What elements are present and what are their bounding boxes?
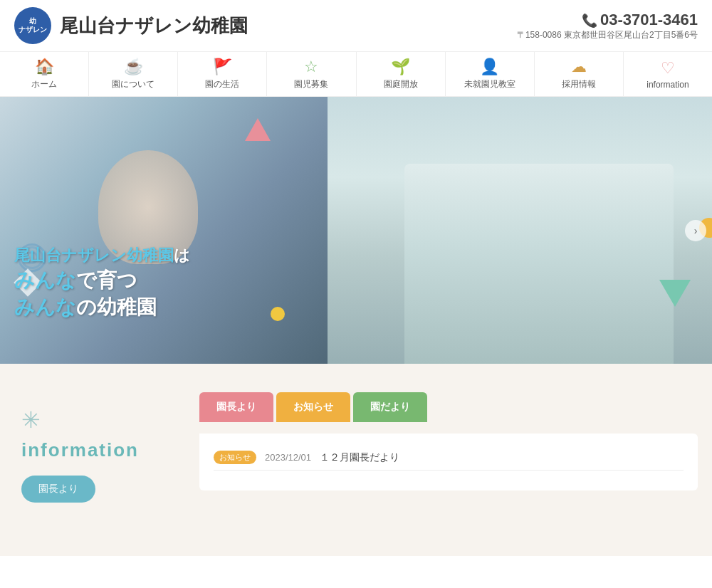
- info-main-content: 園長より お知らせ 園だより お知らせ 2023/12/01 １２月園長だより: [185, 392, 712, 517]
- nav-hire-label: 採用情報: [562, 78, 596, 90]
- hero-next-arrow[interactable]: ›: [685, 220, 706, 241]
- life-icon: 🚩: [213, 58, 232, 76]
- nav-about-label: 園について: [112, 78, 155, 90]
- info-tab-newsletter[interactable]: 園だより: [353, 392, 427, 422]
- nav-garden-label: 園庭開放: [384, 78, 418, 90]
- hero-left-panel: 尾山台ナザレン幼稚園は みんなで育つ みんなの幼稚園: [0, 97, 328, 364]
- address: 〒158-0086 東京都世田谷区尾山台2丁目5番6号: [517, 29, 698, 41]
- info-sidebar-button[interactable]: 園長より: [21, 476, 95, 503]
- hero-child-image: [0, 97, 328, 364]
- info-entry-date: 2023/12/01: [265, 452, 311, 463]
- garden-icon: 🌱: [391, 58, 410, 76]
- info-section: ✳ information 園長より 園長より お知らせ 園だより お知らせ 2…: [0, 392, 712, 517]
- hero-text-overlay: 尾山台ナザレン幼稚園は みんなで育つ みんなの幼稚園: [14, 243, 313, 321]
- preschool-icon: 👤: [480, 58, 499, 76]
- snowflake-icon: ✳: [21, 406, 164, 434]
- home-icon: 🏠: [35, 58, 54, 76]
- info-section-title: information: [21, 439, 164, 461]
- info-sidebar: ✳ information 園長より: [0, 392, 185, 517]
- nav-home[interactable]: 🏠 ホーム: [0, 52, 89, 96]
- nav-preschool[interactable]: 👤 未就園児教室: [446, 52, 535, 96]
- nav-recruit-label: 園児募集: [294, 78, 328, 90]
- contact-area: 📞03-3701-3461 〒158-0086 東京都世田谷区尾山台2丁目5番6…: [517, 11, 698, 41]
- hero-tagline2: みんなの幼稚園: [14, 294, 313, 321]
- building-image: [328, 97, 712, 364]
- nav-garden[interactable]: 🌱 園庭開放: [357, 52, 446, 96]
- nav-life-label: 園の生活: [205, 78, 239, 90]
- info-entry-text: １２月園長だより: [320, 451, 399, 464]
- logo-icon: 幼ナザレン: [14, 7, 51, 44]
- nav-home-label: ホーム: [31, 78, 57, 90]
- phone-number: 📞03-3701-3461: [517, 11, 698, 29]
- info-tab-principal[interactable]: 園長より: [199, 392, 273, 422]
- deco-triangle-pink: [245, 118, 271, 141]
- recruit-icon: ☆: [304, 58, 318, 76]
- hero-section: 尾山台ナザレン幼稚園は みんなで育つ みんなの幼稚園 ›: [0, 97, 712, 364]
- hero-school-name: 尾山台ナザレン幼稚園は: [14, 243, 313, 267]
- phone-icon: 📞: [582, 14, 597, 28]
- deco-circle-yellow: [271, 307, 285, 321]
- nav-information[interactable]: ♡ information: [624, 52, 712, 96]
- info-entry-1: お知らせ 2023/12/01 １２月園長だより: [214, 445, 684, 471]
- about-icon: ☕: [124, 58, 143, 76]
- nav-about[interactable]: ☕ 園について: [89, 52, 178, 96]
- nav-preschool-label: 未就園児教室: [464, 78, 515, 90]
- nav-life[interactable]: 🚩 園の生活: [178, 52, 267, 96]
- hire-icon: ☁: [571, 58, 587, 76]
- info-entry-badge: お知らせ: [214, 451, 256, 464]
- navigation: 🏠 ホーム ☕ 園について 🚩 園の生活 ☆ 園児募集 🌱 園庭開放 👤 未就園…: [0, 51, 712, 97]
- deco-triangle-teal: [659, 280, 691, 307]
- nav-recruit[interactable]: ☆ 園児募集: [267, 52, 356, 96]
- info-tabs: 園長より お知らせ 園だより: [199, 392, 698, 422]
- site-title: 尾山台ナザレン幼稚園: [60, 14, 248, 38]
- below-hero-section: ✳ information 園長より 園長より お知らせ 園だより お知らせ 2…: [0, 364, 712, 556]
- hero-tagline1: みんなで育つ: [14, 267, 313, 294]
- nav-information-label: information: [646, 80, 689, 90]
- info-tab-news[interactable]: お知らせ: [276, 392, 350, 422]
- hero-right-panel: ›: [328, 97, 712, 364]
- logo-area: 幼ナザレン 尾山台ナザレン幼稚園: [14, 7, 248, 44]
- info-icon: ♡: [661, 59, 675, 78]
- header: 幼ナザレン 尾山台ナザレン幼稚園 📞03-3701-3461 〒158-0086…: [0, 0, 712, 51]
- info-content-area: お知らせ 2023/12/01 １２月園長だより: [199, 434, 698, 490]
- nav-hire[interactable]: ☁ 採用情報: [535, 52, 624, 96]
